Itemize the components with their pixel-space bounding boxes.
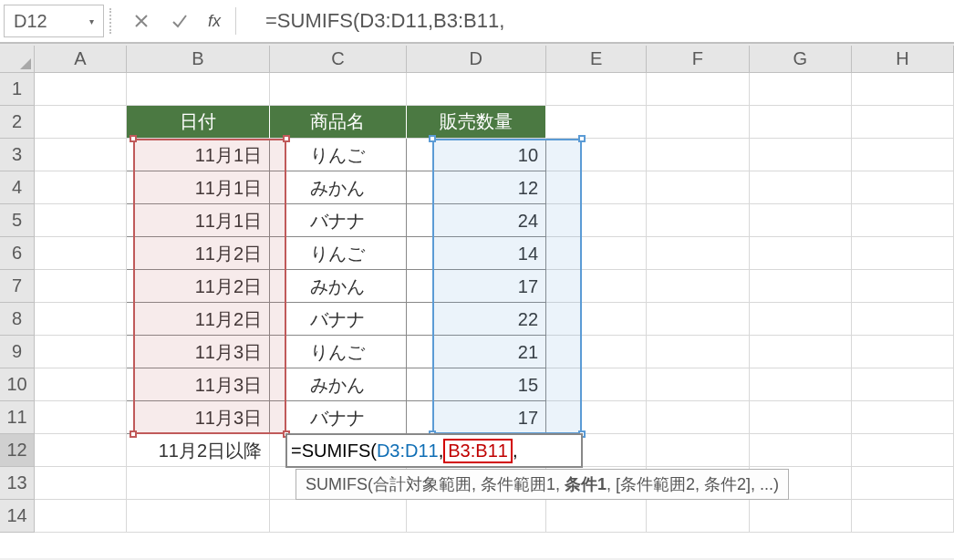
range-handle[interactable] — [283, 135, 290, 142]
cell-A14[interactable] — [35, 500, 127, 533]
cell-A8[interactable] — [35, 303, 127, 336]
cell-G14[interactable] — [750, 500, 852, 533]
cell-H9[interactable] — [852, 336, 954, 368]
cell-E14[interactable] — [546, 500, 647, 533]
cell-B5[interactable]: 11月1日 — [127, 204, 270, 237]
cell-H8[interactable] — [852, 303, 954, 336]
cell-A6[interactable] — [35, 237, 127, 270]
row-header-6[interactable]: 6 — [0, 237, 35, 270]
cell-B12[interactable]: 11月2日以降 — [127, 434, 270, 467]
row-header-2[interactable]: 2 — [0, 106, 35, 139]
cell-A4[interactable] — [35, 171, 127, 204]
cell-F12[interactable] — [647, 434, 749, 467]
row-header-8[interactable]: 8 — [0, 303, 35, 336]
editing-cell[interactable]: =SUMIFS(D3:D11,B3:B11, — [285, 433, 583, 468]
column-header-B[interactable]: B — [127, 46, 270, 73]
row-header-9[interactable]: 9 — [0, 336, 35, 368]
cell-C9[interactable]: りんご — [270, 336, 407, 368]
row-header-14[interactable]: 14 — [0, 500, 35, 533]
row-header-7[interactable]: 7 — [0, 270, 35, 303]
cell-H12[interactable] — [852, 434, 954, 467]
cell-A7[interactable] — [35, 270, 127, 303]
cell-A3[interactable] — [35, 139, 127, 171]
cell-D6[interactable]: 14 — [407, 237, 546, 270]
cell-H13[interactable] — [852, 467, 954, 500]
cell-B14[interactable] — [127, 500, 270, 533]
cell-G5[interactable] — [750, 204, 852, 237]
cell-C8[interactable]: バナナ — [270, 303, 407, 336]
row-header-1[interactable]: 1 — [0, 73, 35, 106]
cell-F11[interactable] — [647, 401, 749, 434]
cancel-icon[interactable] — [128, 7, 155, 35]
cell-A13[interactable] — [35, 467, 127, 500]
cell-G11[interactable] — [750, 401, 852, 434]
confirm-icon[interactable] — [166, 7, 193, 35]
fx-icon[interactable]: fx — [208, 12, 221, 31]
cell-E1[interactable] — [546, 73, 647, 106]
cell-G7[interactable] — [750, 270, 852, 303]
cell-B8[interactable]: 11月2日 — [127, 303, 270, 336]
cell-F1[interactable] — [647, 73, 749, 106]
cell-B2[interactable]: 日付 — [127, 106, 270, 139]
cell-B4[interactable]: 11月1日 — [127, 171, 270, 204]
cell-H1[interactable] — [852, 73, 954, 106]
cell-F10[interactable] — [647, 368, 749, 401]
column-header-G[interactable]: G — [750, 46, 852, 73]
cell-G4[interactable] — [750, 171, 852, 204]
cell-B7[interactable]: 11月2日 — [127, 270, 270, 303]
row-header-4[interactable]: 4 — [0, 171, 35, 204]
cell-B13[interactable] — [127, 467, 270, 500]
cell-H5[interactable] — [852, 204, 954, 237]
cell-G2[interactable] — [750, 106, 852, 139]
cell-G1[interactable] — [750, 73, 852, 106]
cell-B10[interactable]: 11月3日 — [127, 368, 270, 401]
cell-D14[interactable] — [407, 500, 546, 533]
cell-F7[interactable] — [647, 270, 749, 303]
cell-B9[interactable]: 11月3日 — [127, 336, 270, 368]
cell-C11[interactable]: バナナ — [270, 401, 407, 434]
cell-G12[interactable] — [750, 434, 852, 467]
cell-H7[interactable] — [852, 270, 954, 303]
cell-H6[interactable] — [852, 237, 954, 270]
cell-E8[interactable] — [546, 303, 647, 336]
cell-C7[interactable]: みかん — [270, 270, 407, 303]
cell-G6[interactable] — [750, 237, 852, 270]
formula-input[interactable]: =SUMIFS(D3:D11,B3:B11, — [247, 9, 950, 33]
row-header-3[interactable]: 3 — [0, 139, 35, 171]
cell-C4[interactable]: みかん — [270, 171, 407, 204]
name-box-dropdown-icon[interactable]: ▾ — [89, 16, 94, 26]
column-header-C[interactable]: C — [270, 46, 407, 73]
range-handle[interactable] — [130, 135, 137, 142]
cell-C14[interactable] — [270, 500, 407, 533]
cell-F14[interactable] — [647, 500, 749, 533]
column-header-A[interactable]: A — [35, 46, 127, 73]
cell-H14[interactable] — [852, 500, 954, 533]
cell-grid[interactable]: 日付商品名販売数量11月1日りんご1011月1日みかん1211月1日バナナ241… — [35, 73, 954, 558]
cell-C5[interactable]: バナナ — [270, 204, 407, 237]
cell-F6[interactable] — [647, 237, 749, 270]
cell-E11[interactable] — [546, 401, 647, 434]
cell-H3[interactable] — [852, 139, 954, 171]
cell-C3[interactable]: りんご — [270, 139, 407, 171]
cell-A2[interactable] — [35, 106, 127, 139]
cell-E5[interactable] — [546, 204, 647, 237]
cell-F8[interactable] — [647, 303, 749, 336]
cell-D1[interactable] — [407, 73, 546, 106]
column-header-F[interactable]: F — [647, 46, 749, 73]
cell-H10[interactable] — [852, 368, 954, 401]
cell-H11[interactable] — [852, 401, 954, 434]
cell-C1[interactable] — [270, 73, 407, 106]
cell-G3[interactable] — [750, 139, 852, 171]
cell-G10[interactable] — [750, 368, 852, 401]
cell-B6[interactable]: 11月2日 — [127, 237, 270, 270]
range-handle[interactable] — [429, 135, 436, 142]
cell-D7[interactable]: 17 — [407, 270, 546, 303]
cell-E7[interactable] — [546, 270, 647, 303]
cell-F9[interactable] — [647, 336, 749, 368]
cell-F5[interactable] — [647, 204, 749, 237]
cell-F3[interactable] — [647, 139, 749, 171]
cell-E2[interactable] — [546, 106, 647, 139]
row-header-5[interactable]: 5 — [0, 204, 35, 237]
cell-G8[interactable] — [750, 303, 852, 336]
cell-E3[interactable] — [546, 139, 647, 171]
